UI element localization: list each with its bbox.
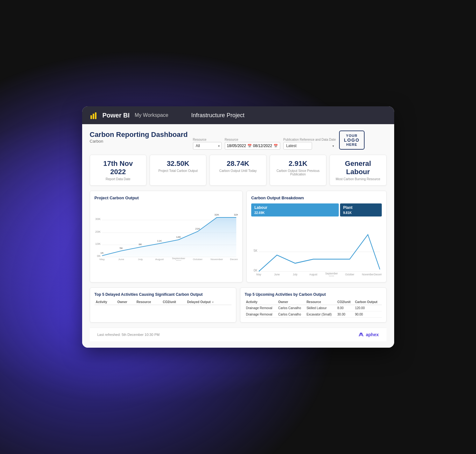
svg-text:20K: 20K: [95, 230, 101, 233]
kpi-value-since: 2.91K: [275, 160, 321, 168]
svg-text:2022: 2022: [329, 275, 334, 276]
aphex-brand: aphex: [358, 332, 379, 337]
kpi-total-carbon: 32.50K Project Total Carbon Output: [150, 155, 206, 186]
calendar-icon-to[interactable]: 📅: [274, 144, 278, 148]
project-carbon-svg: 0K 10K 20K 30K: [95, 203, 238, 261]
project-name: Infrastructure Project: [191, 112, 245, 119]
plant-bar-value: 9.81K: [343, 211, 379, 215]
cell-activity-2: Drainage Removal: [245, 311, 277, 318]
resource-filter: Resource All: [193, 138, 222, 150]
resource-select[interactable]: All: [193, 142, 222, 150]
svg-text:5K: 5K: [254, 248, 258, 252]
app-window: Power BI My Workspace Infrastructure Pro…: [82, 106, 394, 348]
app-name: Power BI: [103, 112, 130, 119]
logo-line2: LOGO: [344, 138, 359, 143]
resource-select-wrapper[interactable]: All: [193, 142, 222, 150]
cell-output-1: 120.00: [354, 305, 382, 311]
table-row: Drainage Removal Carlos Carvalho Excavat…: [245, 311, 382, 318]
cell-resource-2: Excavator (Small): [305, 311, 336, 318]
publication-filter: Publication Reference and Data Date Late…: [283, 138, 336, 150]
publication-filter-label: Publication Reference and Data Date: [283, 138, 336, 141]
svg-rect-0: [90, 115, 92, 119]
kpi-top-resource: General Labour Most Carbon Burning Resou…: [330, 155, 386, 186]
delayed-activities-card: Top 5 Delayed Activities Causing Signifi…: [90, 287, 236, 323]
calendar-icon-from[interactable]: 📅: [247, 144, 252, 148]
kpi-carbon-since: 2.91K Carbon Output Since Previous Publi…: [270, 155, 326, 186]
powerbi-icon: [90, 111, 99, 120]
cell-owner-2: Carlos Carvalho: [277, 311, 305, 318]
dashboard-body: Carbon Reporting Dashboard Carbon Resour…: [82, 124, 394, 348]
kpi-label-total: Project Total Carbon Output: [155, 169, 201, 173]
title-block: Carbon Reporting Dashboard Carbon: [90, 131, 188, 144]
date-range-input[interactable]: 18/05/2022 📅 08/12/2022 📅: [225, 142, 280, 150]
cell-co2-1: 8.00: [336, 305, 354, 311]
workspace-label: My Workspace: [135, 112, 168, 118]
logo-line3: HERE: [346, 143, 357, 146]
publication-select[interactable]: Latest: [283, 142, 312, 150]
svg-text:1K: 1K: [100, 251, 104, 254]
breakdown-line-svg: 0K 5K May June July August September 20: [251, 219, 382, 276]
svg-text:July: July: [293, 273, 298, 276]
date-from: 18/05/2022: [227, 144, 246, 148]
svg-text:0K: 0K: [254, 268, 258, 272]
filter-group: Resource All Resource 18/05/2022 📅 08/12…: [193, 131, 387, 150]
col-output-upcoming: Carbon Output: [354, 299, 382, 305]
svg-text:May: May: [99, 258, 105, 261]
breakdown-title: Carbon Output Breakdown: [251, 195, 382, 200]
project-carbon-title: Project Carbon Output: [95, 195, 238, 200]
topbar: Power BI My Workspace Infrastructure Pro…: [82, 106, 394, 124]
svg-text:32K: 32K: [234, 213, 238, 216]
col-owner-upcoming: Owner: [277, 299, 305, 305]
svg-text:32K: 32K: [214, 213, 219, 216]
resource-filter-label: Resource: [193, 138, 222, 141]
svg-text:June: June: [274, 273, 280, 276]
upcoming-activities-table: Activity Owner Resource CO2/unit Carbon …: [245, 299, 382, 318]
svg-text:September: September: [325, 272, 337, 275]
upcoming-activities-card: Top 5 Upcoming Activities by Carbon Outp…: [240, 287, 387, 323]
cell-owner-1: Carlos Carvalho: [277, 305, 305, 311]
kpi-label-today: Carbon Output Until Today: [215, 169, 261, 173]
svg-text:2022: 2022: [176, 259, 181, 261]
cell-output-2: 90.00: [354, 311, 382, 318]
aphex-icon: [358, 332, 364, 337]
publication-select-wrapper[interactable]: Latest: [283, 142, 336, 150]
svg-text:21K: 21K: [195, 227, 200, 230]
svg-text:October: October: [345, 273, 354, 276]
kpi-label-resource: Most Carbon Burning Resource: [335, 177, 381, 181]
project-carbon-chart: Project Carbon Output 0K 10K 20K 30K: [90, 191, 243, 282]
logo-line1: YOUR: [346, 134, 358, 138]
dashboard-header: Carbon Reporting Dashboard Carbon Resour…: [90, 131, 387, 150]
cell-co2-2: 30.00: [336, 311, 354, 318]
labour-bar-value: 22.69K: [254, 211, 336, 215]
kpi-label-date: Report Data Date: [95, 177, 141, 181]
svg-text:June: June: [118, 258, 124, 261]
breakdown-bars: Labour 22.69K Plant 9.81K: [251, 203, 382, 216]
aphex-label: aphex: [366, 332, 379, 337]
kpi-value-today: 28.74K: [215, 160, 261, 168]
svg-rect-1: [93, 114, 94, 119]
col-co2-delayed: CO2/unit: [161, 299, 186, 305]
col-output-delayed[interactable]: Delayed Output ▼: [186, 299, 231, 305]
svg-text:30K: 30K: [95, 217, 101, 221]
delayed-table-title: Top 5 Delayed Activities Causing Signifi…: [95, 292, 231, 297]
plant-bar-label: Plant: [343, 205, 379, 210]
col-co2-upcoming: CO2/unit: [336, 299, 354, 305]
svg-text:July: July: [138, 258, 143, 261]
table-row: Drainage Removal Carlos Carvalho Skilled…: [245, 305, 382, 311]
kpi-row: 17th Nov 2022 Report Data Date 32.50K Pr…: [90, 155, 387, 186]
col-activity-delayed: Activity: [95, 299, 116, 305]
dashboard-footer: Last refreshed: 5th December 10:30 PM ap…: [90, 328, 387, 341]
svg-text:December: December: [230, 258, 238, 261]
svg-text:August: August: [309, 273, 317, 276]
kpi-carbon-today: 28.74K Carbon Output Until Today: [210, 155, 266, 186]
upcoming-table-body: Drainage Removal Carlos Carvalho Skilled…: [245, 305, 382, 318]
svg-text:August: August: [155, 258, 164, 261]
svg-text:November: November: [210, 258, 223, 261]
svg-text:10K: 10K: [95, 242, 101, 245]
col-owner-delayed: Owner: [116, 299, 135, 305]
upcoming-table-title: Top 5 Upcoming Activities by Carbon Outp…: [245, 292, 382, 297]
svg-text:5K: 5K: [119, 246, 123, 250]
svg-text:11K: 11K: [157, 239, 162, 242]
svg-text:November: November: [362, 273, 374, 276]
svg-text:14K: 14K: [176, 235, 181, 238]
